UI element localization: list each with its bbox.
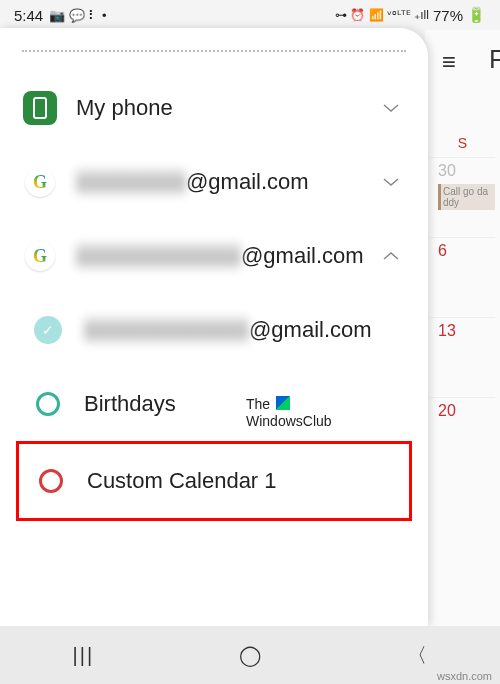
status-bar: 5:44 📷 💬 ⠇ • ⊶ ⏰ 📶 ᵛᵒᴸᵀᴱ ₊ıll 77% 🔋 <box>0 0 500 30</box>
event-pill[interactable]: Call go da ddy <box>438 184 495 210</box>
account-label: xxxxxxxxxx@gmail.com <box>76 169 364 195</box>
email-suffix: @gmail.com <box>241 243 364 268</box>
battery-icon: 🔋 <box>467 6 486 24</box>
account-row-google-1[interactable]: G xxxxxxxxxx@gmail.com <box>8 145 420 219</box>
status-battery: 77% <box>433 7 463 24</box>
blurred-username: xxxxxxxxxx <box>76 169 186 195</box>
date-number: 20 <box>438 402 456 419</box>
status-left-icons: 📷 💬 ⠇ • <box>49 8 106 23</box>
status-right-icons: ⊶ ⏰ 📶 ᵛᵒᴸᵀᴱ ₊ıll <box>335 8 429 22</box>
chevron-down-icon[interactable] <box>382 98 406 119</box>
blurred-username: xxxxxxxxxxxxxxx <box>76 243 241 269</box>
account-label: My phone <box>76 95 364 121</box>
blurred-username: xxxxxxxxxxxxxxx <box>84 317 249 343</box>
watermark: The WindowsClub <box>246 396 332 430</box>
calendar-cell[interactable]: 6 <box>430 237 495 317</box>
chevron-down-icon[interactable] <box>382 172 406 193</box>
back-button[interactable]: 〈 <box>402 642 432 669</box>
check-circle-icon[interactable]: ✓ <box>34 316 62 344</box>
account-row-my-phone[interactable]: My phone <box>8 71 420 145</box>
day-header: S <box>430 135 495 151</box>
source-watermark: wsxdn.com <box>437 670 492 682</box>
highlight-annotation: Custom Calendar 1 <box>16 441 412 521</box>
email-suffix: @gmail.com <box>186 169 309 194</box>
watermark-line1: The <box>246 396 270 412</box>
recents-button[interactable]: ||| <box>68 644 98 667</box>
calendar-label: xxxxxxxxxxxxxxx@gmail.com <box>84 317 406 343</box>
drawer-handle[interactable] <box>22 50 406 53</box>
email-suffix: @gmail.com <box>249 317 372 342</box>
account-label: xxxxxxxxxxxxxxx@gmail.com <box>76 243 364 269</box>
date-number: 30 <box>438 162 456 179</box>
calendar-row-birthdays[interactable]: Birthdays <box>8 367 420 441</box>
calendar-sunday-column: S 30 Call go da ddy 6 13 20 <box>430 135 495 477</box>
chevron-up-icon[interactable] <box>382 246 406 267</box>
google-icon: G <box>25 167 55 197</box>
calendar-cell[interactable]: 13 <box>430 317 495 397</box>
calendar-label: Birthdays <box>84 391 406 417</box>
home-button[interactable]: ◯ <box>235 643 265 667</box>
status-right: ⊶ ⏰ 📶 ᵛᵒᴸᵀᴱ ₊ıll 77% 🔋 <box>335 6 486 24</box>
android-nav-bar: ||| ◯ 〈 <box>0 626 500 684</box>
status-left: 5:44 📷 💬 ⠇ • <box>14 7 107 24</box>
ring-icon[interactable] <box>39 469 63 493</box>
phone-icon <box>23 91 57 125</box>
calendar-background: ≡ F S 30 Call go da ddy 6 13 20 <box>425 30 500 626</box>
calendar-label: Custom Calendar 1 <box>87 468 395 494</box>
watermark-logo-icon <box>276 396 290 410</box>
status-time: 5:44 <box>14 7 43 24</box>
date-number: 6 <box>438 242 447 259</box>
calendar-accounts-drawer: My phone G xxxxxxxxxx@gmail.com G xxxxxx… <box>0 28 428 626</box>
calendar-cell[interactable]: 20 <box>430 397 495 477</box>
account-row-google-2[interactable]: G xxxxxxxxxxxxxxx@gmail.com <box>8 219 420 293</box>
ring-icon[interactable] <box>36 392 60 416</box>
watermark-line2: WindowsClub <box>246 413 332 429</box>
calendar-row-sub[interactable]: ✓ xxxxxxxxxxxxxxx@gmail.com <box>8 293 420 367</box>
calendar-row-custom-1[interactable]: Custom Calendar 1 <box>19 444 409 518</box>
hamburger-icon[interactable]: ≡ <box>442 48 456 76</box>
google-icon: G <box>25 241 55 271</box>
page-title-peek: F <box>489 44 500 75</box>
calendar-cell[interactable]: 30 Call go da ddy <box>430 157 495 237</box>
date-number: 13 <box>438 322 456 339</box>
